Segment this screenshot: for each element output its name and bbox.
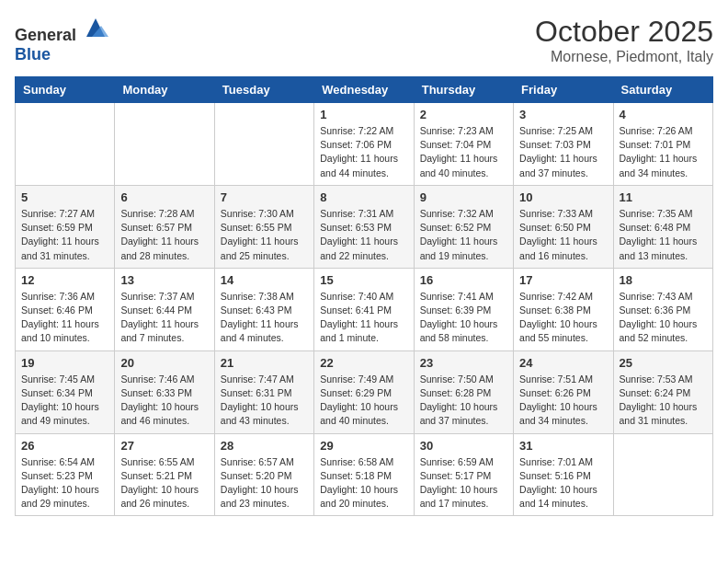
calendar-cell: 23Sunrise: 7:50 AM Sunset: 6:28 PM Dayli…	[414, 350, 513, 433]
day-number: 16	[420, 273, 507, 287]
day-info: Sunrise: 7:31 AM Sunset: 6:53 PM Dayligh…	[320, 207, 407, 263]
day-info: Sunrise: 7:51 AM Sunset: 6:26 PM Dayligh…	[519, 373, 607, 429]
day-number: 28	[221, 439, 308, 453]
day-info: Sunrise: 7:33 AM Sunset: 6:50 PM Dayligh…	[519, 207, 607, 263]
day-info: Sunrise: 6:58 AM Sunset: 5:18 PM Dayligh…	[320, 455, 407, 511]
page-header: General Blue October 2025 Mornese, Piedm…	[15, 15, 713, 65]
day-number: 6	[120, 190, 208, 204]
calendar-cell: 25Sunrise: 7:53 AM Sunset: 6:24 PM Dayli…	[613, 350, 712, 433]
column-header-tuesday: Tuesday	[214, 77, 313, 103]
day-number: 29	[320, 439, 407, 453]
calendar-cell: 28Sunrise: 6:57 AM Sunset: 5:20 PM Dayli…	[214, 433, 313, 516]
calendar-cell: 4Sunrise: 7:26 AM Sunset: 7:01 PM Daylig…	[613, 103, 712, 186]
calendar-week-row: 12Sunrise: 7:36 AM Sunset: 6:46 PM Dayli…	[16, 268, 713, 350]
day-info: Sunrise: 7:30 AM Sunset: 6:55 PM Dayligh…	[221, 207, 308, 263]
day-number: 30	[420, 439, 507, 453]
column-header-thursday: Thursday	[414, 77, 513, 103]
calendar-cell: 11Sunrise: 7:35 AM Sunset: 6:48 PM Dayli…	[613, 185, 712, 268]
day-number: 11	[620, 190, 707, 204]
day-number: 13	[120, 273, 208, 287]
calendar-cell: 3Sunrise: 7:25 AM Sunset: 7:03 PM Daylig…	[514, 103, 613, 186]
month-title: October 2025	[535, 15, 713, 49]
calendar-cell: 22Sunrise: 7:49 AM Sunset: 6:29 PM Dayli…	[314, 350, 414, 433]
calendar-cell	[214, 103, 313, 186]
day-number: 21	[221, 356, 308, 370]
day-info: Sunrise: 7:23 AM Sunset: 7:04 PM Dayligh…	[420, 124, 507, 180]
day-number: 9	[420, 190, 507, 204]
day-info: Sunrise: 7:46 AM Sunset: 6:33 PM Dayligh…	[120, 373, 208, 429]
day-info: Sunrise: 7:01 AM Sunset: 5:16 PM Dayligh…	[519, 455, 607, 511]
calendar-cell: 14Sunrise: 7:38 AM Sunset: 6:43 PM Dayli…	[214, 268, 313, 350]
logo-general: General	[15, 26, 76, 44]
column-header-wednesday: Wednesday	[314, 77, 414, 103]
day-number: 19	[21, 356, 108, 370]
day-number: 24	[519, 356, 607, 370]
day-info: Sunrise: 7:28 AM Sunset: 6:57 PM Dayligh…	[120, 207, 208, 263]
calendar-week-row: 1Sunrise: 7:22 AM Sunset: 7:06 PM Daylig…	[16, 103, 713, 186]
calendar-week-row: 19Sunrise: 7:45 AM Sunset: 6:34 PM Dayli…	[16, 350, 713, 433]
day-info: Sunrise: 7:53 AM Sunset: 6:24 PM Dayligh…	[620, 373, 707, 429]
day-info: Sunrise: 7:38 AM Sunset: 6:43 PM Dayligh…	[221, 290, 308, 346]
day-info: Sunrise: 7:26 AM Sunset: 7:01 PM Dayligh…	[620, 124, 707, 180]
calendar-cell: 8Sunrise: 7:31 AM Sunset: 6:53 PM Daylig…	[314, 185, 414, 268]
calendar-cell: 31Sunrise: 7:01 AM Sunset: 5:16 PM Dayli…	[514, 433, 613, 516]
calendar-cell: 15Sunrise: 7:40 AM Sunset: 6:41 PM Dayli…	[314, 268, 414, 350]
day-info: Sunrise: 7:37 AM Sunset: 6:44 PM Dayligh…	[120, 290, 208, 346]
day-number: 10	[519, 190, 607, 204]
calendar-cell: 2Sunrise: 7:23 AM Sunset: 7:04 PM Daylig…	[414, 103, 513, 186]
calendar-cell: 20Sunrise: 7:46 AM Sunset: 6:33 PM Dayli…	[115, 350, 214, 433]
calendar-cell: 24Sunrise: 7:51 AM Sunset: 6:26 PM Dayli…	[514, 350, 613, 433]
day-number: 14	[221, 273, 308, 287]
day-number: 31	[519, 439, 607, 453]
day-info: Sunrise: 7:40 AM Sunset: 6:41 PM Dayligh…	[320, 290, 407, 346]
column-header-monday: Monday	[115, 77, 214, 103]
day-info: Sunrise: 6:57 AM Sunset: 5:20 PM Dayligh…	[221, 455, 308, 511]
day-number: 4	[620, 108, 707, 121]
calendar-cell: 10Sunrise: 7:33 AM Sunset: 6:50 PM Dayli…	[514, 185, 613, 268]
calendar-cell: 17Sunrise: 7:42 AM Sunset: 6:38 PM Dayli…	[514, 268, 613, 350]
day-info: Sunrise: 7:42 AM Sunset: 6:38 PM Dayligh…	[519, 290, 607, 346]
day-number: 20	[120, 356, 208, 370]
day-info: Sunrise: 7:36 AM Sunset: 6:46 PM Dayligh…	[21, 290, 108, 346]
day-number: 27	[120, 439, 208, 453]
day-info: Sunrise: 7:41 AM Sunset: 6:39 PM Dayligh…	[420, 290, 507, 346]
calendar-cell	[613, 433, 712, 516]
day-info: Sunrise: 7:43 AM Sunset: 6:36 PM Dayligh…	[620, 290, 707, 346]
calendar-cell: 29Sunrise: 6:58 AM Sunset: 5:18 PM Dayli…	[314, 433, 414, 516]
logo-blue: Blue	[15, 45, 51, 63]
day-info: Sunrise: 6:54 AM Sunset: 5:23 PM Dayligh…	[21, 455, 108, 511]
day-number: 5	[21, 190, 108, 204]
day-number: 1	[320, 108, 407, 121]
day-number: 23	[420, 356, 507, 370]
column-header-saturday: Saturday	[613, 77, 712, 103]
day-number: 25	[620, 356, 707, 370]
day-info: Sunrise: 7:49 AM Sunset: 6:29 PM Dayligh…	[320, 373, 407, 429]
calendar-cell: 9Sunrise: 7:32 AM Sunset: 6:52 PM Daylig…	[414, 185, 513, 268]
logo: General Blue	[15, 15, 108, 64]
calendar-cell	[115, 103, 214, 186]
calendar-cell: 26Sunrise: 6:54 AM Sunset: 5:23 PM Dayli…	[16, 433, 115, 516]
day-info: Sunrise: 7:27 AM Sunset: 6:59 PM Dayligh…	[21, 207, 108, 263]
day-info: Sunrise: 6:55 AM Sunset: 5:21 PM Dayligh…	[120, 455, 208, 511]
calendar-cell: 7Sunrise: 7:30 AM Sunset: 6:55 PM Daylig…	[214, 185, 313, 268]
day-info: Sunrise: 7:45 AM Sunset: 6:34 PM Dayligh…	[21, 373, 108, 429]
calendar-cell: 18Sunrise: 7:43 AM Sunset: 6:36 PM Dayli…	[613, 268, 712, 350]
calendar-cell	[16, 103, 115, 186]
day-number: 3	[519, 108, 607, 121]
calendar-cell: 12Sunrise: 7:36 AM Sunset: 6:46 PM Dayli…	[16, 268, 115, 350]
calendar-cell: 27Sunrise: 6:55 AM Sunset: 5:21 PM Dayli…	[115, 433, 214, 516]
location-title: Mornese, Piedmont, Italy	[535, 49, 713, 65]
calendar-cell: 6Sunrise: 7:28 AM Sunset: 6:57 PM Daylig…	[115, 185, 214, 268]
day-info: Sunrise: 7:22 AM Sunset: 7:06 PM Dayligh…	[320, 124, 407, 180]
day-info: Sunrise: 7:32 AM Sunset: 6:52 PM Dayligh…	[420, 207, 507, 263]
calendar-week-row: 26Sunrise: 6:54 AM Sunset: 5:23 PM Dayli…	[16, 433, 713, 516]
calendar-cell: 19Sunrise: 7:45 AM Sunset: 6:34 PM Dayli…	[16, 350, 115, 433]
calendar-cell: 21Sunrise: 7:47 AM Sunset: 6:31 PM Dayli…	[214, 350, 313, 433]
day-number: 22	[320, 356, 407, 370]
day-info: Sunrise: 7:35 AM Sunset: 6:48 PM Dayligh…	[620, 207, 707, 263]
calendar-cell: 13Sunrise: 7:37 AM Sunset: 6:44 PM Dayli…	[115, 268, 214, 350]
calendar-cell: 16Sunrise: 7:41 AM Sunset: 6:39 PM Dayli…	[414, 268, 513, 350]
logo-icon	[83, 15, 108, 40]
day-number: 26	[21, 439, 108, 453]
day-info: Sunrise: 6:59 AM Sunset: 5:17 PM Dayligh…	[420, 455, 507, 511]
